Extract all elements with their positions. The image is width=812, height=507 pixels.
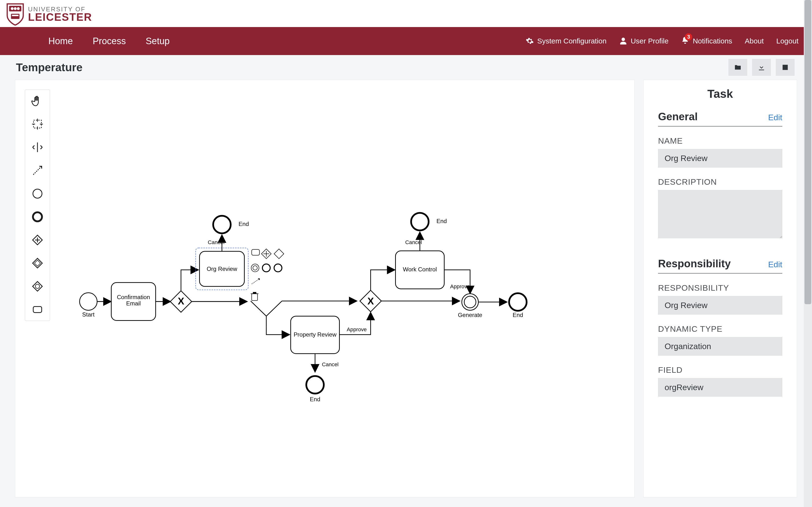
bpmn-diagram[interactable]: Start ConfirmationEmail X: [15, 80, 635, 497]
svg-point-12: [253, 266, 257, 270]
label-cancel-a: Cancel: [208, 239, 224, 245]
download-button[interactable]: [752, 59, 771, 76]
end-event-b-label: End: [437, 218, 447, 224]
end-event-b[interactable]: [411, 213, 429, 231]
property-panel: Task General Edit NAME DESCRIPTION Respo…: [643, 80, 797, 497]
ctx-trash-icon[interactable]: [251, 292, 258, 300]
svg-text:X: X: [177, 295, 184, 306]
ctx-connect-icon[interactable]: [252, 279, 259, 284]
name-field[interactable]: [658, 149, 782, 168]
intermediate-generate-label: Generate: [458, 312, 483, 318]
nav-user-profile[interactable]: User Profile: [619, 37, 669, 45]
edit-general-button[interactable]: Edit: [768, 113, 782, 122]
diagram-canvas[interactable]: Start ConfirmationEmail X: [15, 80, 635, 497]
gear-icon: [526, 37, 534, 45]
brand-line2: LEICESTER: [28, 12, 92, 22]
nav-logout[interactable]: Logout: [776, 37, 799, 45]
start-event-label: Start: [82, 311, 95, 318]
download-icon: [757, 63, 766, 71]
label-cancel-c: Cancel: [322, 361, 339, 368]
page-title: Temperature: [16, 61, 83, 74]
nav-process[interactable]: Process: [93, 36, 126, 46]
dynamic-type-field[interactable]: [658, 337, 782, 356]
divider: [658, 273, 782, 274]
panel-title: Task: [658, 87, 782, 101]
start-event[interactable]: [80, 293, 97, 311]
user-icon: [619, 37, 627, 45]
open-button[interactable]: [728, 59, 747, 76]
notification-count-badge: 3: [685, 33, 692, 41]
main-nav: Home Process Setup System Configuration …: [0, 27, 812, 55]
nav-setup[interactable]: Setup: [146, 36, 170, 46]
nav-user-profile-label: User Profile: [631, 37, 669, 45]
ctx-end-icon[interactable]: [262, 264, 270, 272]
image-button[interactable]: [776, 59, 795, 76]
nav-home[interactable]: Home: [48, 36, 73, 46]
nav-notifications[interactable]: 3 Notifications: [681, 36, 732, 46]
image-icon: [781, 63, 790, 71]
nav-notifications-label: Notifications: [693, 37, 732, 45]
description-label: DESCRIPTION: [658, 177, 782, 187]
conditional-fork[interactable]: [251, 301, 282, 327]
task-org-review-label: Org Review: [207, 266, 237, 272]
task-property-review-label: Property Review: [294, 331, 337, 338]
context-pad: [251, 249, 284, 300]
end-event-a[interactable]: [213, 216, 231, 233]
svg-rect-4: [11, 14, 19, 19]
ctx-end2-icon[interactable]: [274, 264, 282, 272]
nav-system-config-label: System Configuration: [537, 37, 607, 45]
responsibility-label: RESPONSIBILITY: [658, 283, 782, 293]
nav-logout-label: Logout: [776, 37, 799, 45]
page-scrollbar[interactable]: [804, 0, 812, 507]
nav-about-label: About: [745, 37, 764, 45]
end-event-d-label: End: [513, 312, 523, 318]
brand-area: UNIVERSITY OF LEICESTER: [0, 0, 812, 27]
svg-text:X: X: [367, 295, 374, 306]
nav-about[interactable]: About: [745, 37, 764, 45]
gateway-2[interactable]: X: [360, 290, 382, 312]
responsibility-field[interactable]: [658, 296, 782, 315]
svg-point-1: [11, 7, 13, 10]
section-general-heading: General: [658, 111, 698, 123]
dynamic-type-label: DYNAMIC TYPE: [658, 324, 782, 334]
svg-point-3: [17, 7, 20, 10]
end-event-a-label: End: [239, 221, 249, 227]
ctx-intermediate-icon[interactable]: [251, 264, 259, 272]
gateway-1[interactable]: X: [170, 291, 192, 312]
svg-rect-5: [12, 15, 18, 16]
end-event-c-label: End: [310, 396, 320, 402]
ctx-gateway-icon[interactable]: [274, 249, 284, 259]
section-responsibility-heading: Responsibility: [658, 258, 731, 270]
task-work-control-label: Work Control: [403, 266, 437, 273]
field-label: FIELD: [658, 365, 782, 375]
end-event-c[interactable]: [306, 376, 324, 394]
scrollbar-thumb[interactable]: [805, 0, 811, 304]
nav-system-config[interactable]: System Configuration: [526, 37, 607, 45]
folder-icon: [733, 63, 742, 71]
label-approve-b: Approve: [450, 283, 470, 289]
end-event-d[interactable]: [509, 293, 527, 311]
field-field[interactable]: [658, 378, 782, 397]
svg-rect-13: [252, 294, 257, 300]
shield-logo: [6, 3, 24, 25]
description-field[interactable]: [658, 190, 782, 238]
divider: [658, 126, 782, 126]
ctx-task-icon[interactable]: [252, 249, 259, 255]
label-approve-a: Approve: [347, 326, 367, 332]
svg-point-2: [14, 7, 17, 10]
label-cancel-b: Cancel: [405, 239, 422, 245]
name-label: NAME: [658, 136, 782, 146]
edit-responsibility-button[interactable]: Edit: [768, 260, 782, 269]
